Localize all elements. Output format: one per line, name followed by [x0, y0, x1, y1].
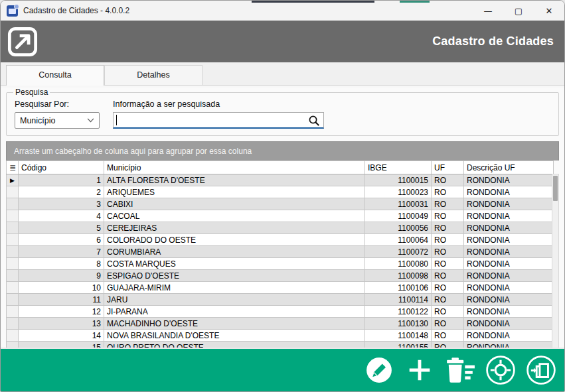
- edit-button[interactable]: [364, 355, 394, 385]
- cell-ibge[interactable]: 1100031: [365, 198, 432, 210]
- cell-municipio[interactable]: ESPIGAO D'OESTE: [104, 270, 365, 282]
- table-row[interactable]: 11JARU1100114RORONDONIA: [7, 294, 554, 306]
- row-selector-cell[interactable]: [7, 210, 19, 222]
- cell-descricao-uf[interactable]: RONDONIA: [464, 270, 554, 282]
- row-selector-cell[interactable]: [7, 222, 19, 234]
- cell-ibge[interactable]: 1100122: [365, 306, 432, 318]
- cell-uf[interactable]: RO: [432, 222, 464, 234]
- row-selector-cell[interactable]: [7, 270, 19, 282]
- column-header-descricao-uf[interactable]: Descrição UF: [464, 161, 554, 174]
- cell-uf[interactable]: RO: [432, 234, 464, 246]
- cell-descricao-uf[interactable]: RONDONIA: [464, 318, 554, 330]
- cell-codigo[interactable]: 10: [19, 282, 104, 294]
- cell-municipio[interactable]: GUAJARA-MIRIM: [104, 282, 365, 294]
- cell-uf[interactable]: RO: [432, 330, 464, 342]
- cell-uf[interactable]: RO: [432, 210, 464, 222]
- cell-descricao-uf[interactable]: RONDONIA: [464, 186, 554, 198]
- cell-uf[interactable]: RO: [432, 318, 464, 330]
- table-row[interactable]: 13MACHADINHO D'OESTE1100130RORONDONIA: [7, 318, 554, 330]
- locate-button[interactable]: [485, 355, 516, 385]
- cell-codigo[interactable]: 7: [19, 246, 104, 258]
- row-selector-cell[interactable]: [7, 282, 19, 294]
- cell-descricao-uf[interactable]: RONDONIA: [464, 330, 554, 342]
- maximize-button[interactable]: ▢: [503, 1, 534, 21]
- cell-uf[interactable]: RO: [432, 294, 464, 306]
- cell-ibge[interactable]: 1100106: [365, 282, 432, 294]
- cell-ibge[interactable]: 1100080: [365, 258, 432, 270]
- cell-uf[interactable]: RO: [432, 270, 464, 282]
- cell-descricao-uf[interactable]: RONDONIA: [464, 294, 554, 306]
- search-input[interactable]: [117, 113, 308, 127]
- cell-ibge[interactable]: 1100056: [365, 222, 432, 234]
- cell-municipio[interactable]: ALTA FLORESTA D'OESTE: [104, 174, 365, 186]
- row-selector-cell[interactable]: ▶: [7, 174, 19, 186]
- cell-municipio[interactable]: CEREJEIRAS: [104, 222, 365, 234]
- cell-municipio[interactable]: ARIQUEMES: [104, 186, 365, 198]
- cell-uf[interactable]: RO: [432, 198, 464, 210]
- cell-municipio[interactable]: CORUMBIARA: [104, 246, 365, 258]
- table-row[interactable]: 5CEREJEIRAS1100056RORONDONIA: [7, 222, 554, 234]
- cell-codigo[interactable]: 5: [19, 222, 104, 234]
- cell-descricao-uf[interactable]: RONDONIA: [464, 174, 554, 186]
- tab-consulta[interactable]: Consulta: [6, 65, 104, 86]
- cell-descricao-uf[interactable]: RONDONIA: [464, 282, 554, 294]
- table-row[interactable]: 12JI-PARANA1100122RORONDONIA: [7, 306, 554, 318]
- cell-municipio[interactable]: CACOAL: [104, 210, 365, 222]
- cell-descricao-uf[interactable]: RONDONIA: [464, 246, 554, 258]
- table-row[interactable]: 3CABIXI1100031RORONDONIA: [7, 198, 554, 210]
- row-selector-cell[interactable]: [7, 330, 19, 342]
- table-row[interactable]: 10GUAJARA-MIRIM1100106RORONDONIA: [7, 282, 554, 294]
- vertical-scrollbar[interactable]: [552, 174, 559, 366]
- cell-uf[interactable]: RO: [432, 174, 464, 186]
- column-header-codigo[interactable]: Código: [19, 161, 104, 174]
- row-selector-header-menu-icon[interactable]: ≣: [7, 161, 19, 174]
- cell-ibge[interactable]: 1100015: [365, 174, 432, 186]
- delete-button[interactable]: [445, 355, 475, 385]
- cell-codigo[interactable]: 1: [19, 174, 104, 186]
- cell-uf[interactable]: RO: [432, 258, 464, 270]
- search-icon[interactable]: [308, 115, 319, 126]
- cell-municipio[interactable]: MACHADINHO D'OESTE: [104, 318, 365, 330]
- cell-codigo[interactable]: 3: [19, 198, 104, 210]
- group-by-drop-zone[interactable]: Arraste um cabeçalho de coluna aqui para…: [6, 141, 559, 161]
- cell-ibge[interactable]: 1100023: [365, 186, 432, 198]
- cell-ibge[interactable]: 1100148: [365, 330, 432, 342]
- cell-municipio[interactable]: CABIXI: [104, 198, 365, 210]
- cell-ibge[interactable]: 1100114: [365, 294, 432, 306]
- cell-codigo[interactable]: 9: [19, 270, 104, 282]
- add-button[interactable]: [404, 355, 435, 385]
- row-selector-cell[interactable]: [7, 318, 19, 330]
- cell-ibge[interactable]: 1100049: [365, 210, 432, 222]
- row-selector-cell[interactable]: [7, 258, 19, 270]
- table-row[interactable]: 9ESPIGAO D'OESTE1100098RORONDONIA: [7, 270, 554, 282]
- cell-municipio[interactable]: JI-PARANA: [104, 306, 365, 318]
- cell-codigo[interactable]: 4: [19, 210, 104, 222]
- cell-codigo[interactable]: 14: [19, 330, 104, 342]
- exit-button[interactable]: [526, 355, 556, 385]
- close-button[interactable]: ✕: [534, 1, 564, 21]
- column-header-ibge[interactable]: IBGE: [365, 161, 432, 174]
- cell-codigo[interactable]: 8: [19, 258, 104, 270]
- cell-codigo[interactable]: 2: [19, 186, 104, 198]
- table-row[interactable]: 2ARIQUEMES1100023RORONDONIA: [7, 186, 554, 198]
- cell-uf[interactable]: RO: [432, 282, 464, 294]
- table-row[interactable]: 8COSTA MARQUES1100080RORONDONIA: [7, 258, 554, 270]
- table-row[interactable]: ▶1ALTA FLORESTA D'OESTE1100015RORONDONIA: [7, 174, 554, 186]
- cell-codigo[interactable]: 6: [19, 234, 104, 246]
- cell-codigo[interactable]: 12: [19, 306, 104, 318]
- cell-municipio[interactable]: COSTA MARQUES: [104, 258, 365, 270]
- cell-descricao-uf[interactable]: RONDONIA: [464, 258, 554, 270]
- pesquisar-por-select[interactable]: Município: [15, 112, 100, 129]
- cell-descricao-uf[interactable]: RONDONIA: [464, 306, 554, 318]
- cell-descricao-uf[interactable]: RONDONIA: [464, 234, 554, 246]
- cell-ibge[interactable]: 1100130: [365, 318, 432, 330]
- cell-descricao-uf[interactable]: RONDONIA: [464, 222, 554, 234]
- minimize-button[interactable]: —: [473, 1, 503, 21]
- cell-municipio[interactable]: JARU: [104, 294, 365, 306]
- cell-ibge[interactable]: 1100098: [365, 270, 432, 282]
- cell-descricao-uf[interactable]: RONDONIA: [464, 210, 554, 222]
- table-row[interactable]: 7CORUMBIARA1100072RORONDONIA: [7, 246, 554, 258]
- table-row[interactable]: 4CACOAL1100049RORONDONIA: [7, 210, 554, 222]
- cell-ibge[interactable]: 1100064: [365, 234, 432, 246]
- column-header-uf[interactable]: UF: [432, 161, 464, 174]
